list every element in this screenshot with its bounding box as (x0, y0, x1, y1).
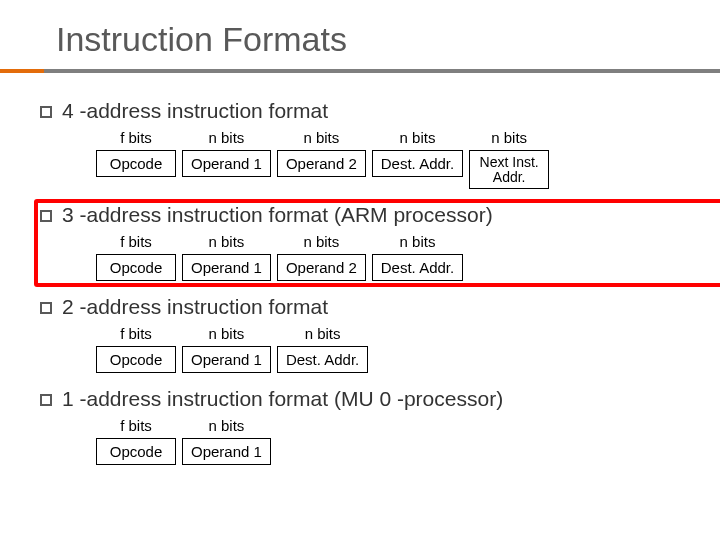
field-dest-addr: n bits Dest. Addr. (372, 129, 463, 189)
field-label: n bits (305, 325, 341, 342)
underline-bar (44, 69, 720, 73)
section-heading-row: 3 -address instruction format (ARM proce… (40, 203, 700, 227)
field-label: f bits (120, 233, 152, 250)
content: 4 -address instruction format f bits Opc… (0, 99, 720, 465)
field-box: Operand 1 (182, 150, 271, 177)
field-box: Opcode (96, 438, 176, 465)
field-dest-addr: n bits Dest. Addr. (277, 325, 368, 373)
section-heading-row: 2 -address instruction format (40, 295, 700, 319)
section-heading-row: 1 -address instruction format (MU 0 -pro… (40, 387, 700, 411)
field-operand-1: n bits Operand 1 (182, 325, 271, 373)
bullet-icon (40, 302, 52, 314)
field-operand-1: n bits Operand 1 (182, 233, 271, 281)
field-box: Operand 1 (182, 254, 271, 281)
bullet-icon (40, 210, 52, 222)
field-label: f bits (120, 129, 152, 146)
field-row: f bits Opcode n bits Operand 1 n bits De… (40, 325, 700, 373)
field-label: f bits (120, 417, 152, 434)
field-opcode: f bits Opcode (96, 417, 176, 465)
field-operand-1: n bits Operand 1 (182, 417, 271, 465)
field-box: Operand 1 (182, 438, 271, 465)
field-row: f bits Opcode n bits Operand 1 n bits Op… (40, 233, 700, 281)
field-box: Opcode (96, 254, 176, 281)
page-title: Instruction Formats (0, 20, 720, 69)
section-heading: 2 -address instruction format (62, 295, 328, 319)
section-heading: 1 -address instruction format (MU 0 -pro… (62, 387, 503, 411)
field-dest-addr: n bits Dest. Addr. (372, 233, 463, 281)
bullet-icon (40, 394, 52, 406)
field-box: Operand 1 (182, 346, 271, 373)
field-operand-1: n bits Operand 1 (182, 129, 271, 189)
field-label: f bits (120, 325, 152, 342)
section-2-address: 2 -address instruction format f bits Opc… (40, 295, 700, 373)
section-heading: 3 -address instruction format (ARM proce… (62, 203, 493, 227)
field-box: Operand 2 (277, 150, 366, 177)
field-box: Opcode (96, 150, 176, 177)
field-label: n bits (209, 417, 245, 434)
section-3-address: 3 -address instruction format (ARM proce… (40, 203, 700, 281)
field-opcode: f bits Opcode (96, 129, 176, 189)
section-heading-row: 4 -address instruction format (40, 99, 700, 123)
field-box: Operand 2 (277, 254, 366, 281)
field-box: Dest. Addr. (372, 150, 463, 177)
section-heading: 4 -address instruction format (62, 99, 328, 123)
field-row: f bits Opcode n bits Operand 1 (40, 417, 700, 465)
field-label: n bits (303, 129, 339, 146)
field-label: n bits (400, 233, 436, 250)
field-opcode: f bits Opcode (96, 233, 176, 281)
accent-bar (0, 69, 44, 73)
section-1-address: 1 -address instruction format (MU 0 -pro… (40, 387, 700, 465)
field-opcode: f bits Opcode (96, 325, 176, 373)
field-operand-2: n bits Operand 2 (277, 129, 366, 189)
field-label: n bits (400, 129, 436, 146)
bullet-icon (40, 106, 52, 118)
field-next-inst-addr: n bits Next Inst. Addr. (469, 129, 549, 189)
section-4-address: 4 -address instruction format f bits Opc… (40, 99, 700, 189)
field-box: Next Inst. Addr. (469, 150, 549, 189)
field-box: Opcode (96, 346, 176, 373)
title-underline (0, 69, 720, 73)
field-label: n bits (209, 129, 245, 146)
field-label: n bits (491, 129, 527, 146)
field-label: n bits (209, 233, 245, 250)
field-row: f bits Opcode n bits Operand 1 n bits Op… (40, 129, 700, 189)
slide: Instruction Formats 4 -address instructi… (0, 0, 720, 540)
field-box: Dest. Addr. (277, 346, 368, 373)
field-operand-2: n bits Operand 2 (277, 233, 366, 281)
field-label: n bits (209, 325, 245, 342)
field-box: Dest. Addr. (372, 254, 463, 281)
field-label: n bits (303, 233, 339, 250)
